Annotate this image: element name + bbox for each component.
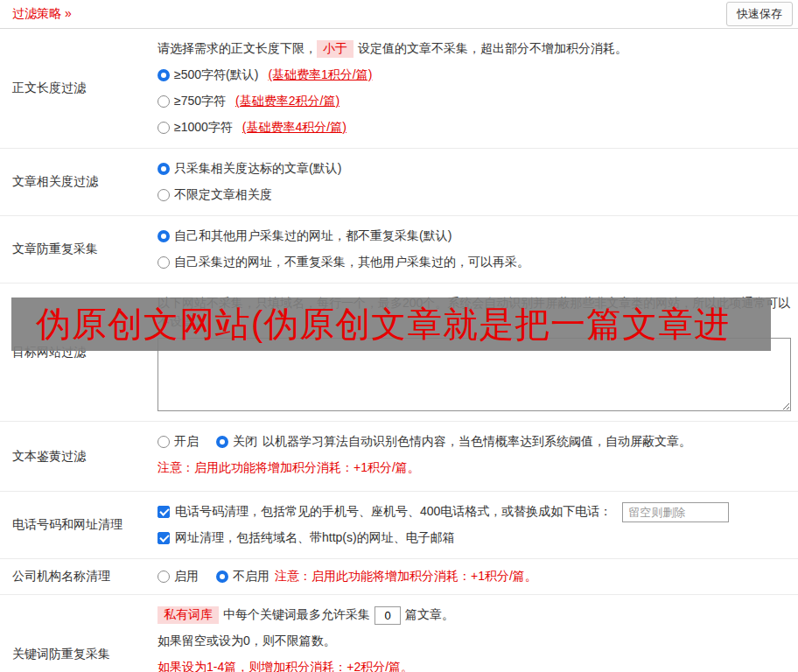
keyword-dedup-label: 关键词防重复采集 [0, 595, 158, 672]
row-porn-filter: 文本鉴黄过滤 开启 关闭 以机器学习算法自动识别色情内容，当色情概率达到系统阈值… [0, 422, 798, 492]
private-lexicon-chip: 私有词库 [158, 606, 219, 624]
radio-icon[interactable] [158, 163, 170, 175]
length-option-1000[interactable]: ≥1000字符 [158, 120, 233, 136]
radio-icon[interactable] [158, 69, 170, 81]
radio-icon[interactable] [158, 256, 170, 269]
intro-text-post: 设定值的文章不采集，超出部分不增加积分消耗。 [358, 41, 627, 57]
radio-icon[interactable] [158, 570, 170, 583]
relevance-option-any[interactable]: 不限定文章相关度 [158, 187, 272, 203]
page-title[interactable]: 过滤策略 » [12, 6, 72, 22]
radio-icon[interactable] [158, 122, 170, 134]
option-label: 不启用 [233, 569, 270, 584]
company-clean-warning: 注意：启用此功能将增加积分消耗：+1积分/篇。 [275, 569, 537, 584]
phone-url-clean-label: 电话号码和网址清理 [0, 492, 158, 558]
length-option-500[interactable]: ≥500字符(默认) [158, 67, 258, 83]
intro-highlight-lessthan: 小于 [317, 40, 354, 58]
radio-icon[interactable] [158, 189, 170, 201]
porn-filter-desc: 以机器学习算法自动识别色情内容，当色情概率达到系统阈值，自动屏蔽文章。 [262, 434, 691, 450]
url-clean-option[interactable]: 网址清理，包括纯域名、带http(s)的网址、电子邮箱 [158, 530, 455, 546]
radio-icon[interactable] [216, 436, 228, 448]
length-filter-label: 正文长度过滤 [0, 29, 158, 148]
checkbox-icon[interactable] [158, 506, 170, 518]
keyword-line3-warning: 如果设为1-4篇，则增加积分消耗：+2积分/篇。 [158, 660, 413, 672]
option-rate-note: (基础费率1积分/篇) [268, 67, 372, 83]
option-label: 自己采集过的网址，不重复采集，其他用户采集过的，可以再采。 [174, 255, 529, 270]
dedup-filter-label: 文章防重复采集 [0, 216, 158, 283]
quick-save-button[interactable]: 快速保存 [726, 2, 793, 26]
option-label: 自己和其他用户采集过的网址，都不重复采集(默认) [174, 228, 452, 244]
option-label: ≥1000字符 [174, 120, 233, 136]
radio-icon[interactable] [158, 230, 170, 242]
keyword-line1-text: 中每个关键词最多允许采集 [223, 607, 370, 623]
option-label: 启用 [174, 569, 199, 584]
radio-icon[interactable] [216, 570, 228, 583]
porn-filter-label: 文本鉴黄过滤 [0, 422, 158, 491]
dedup-option-global[interactable]: 自己和其他用户采集过的网址，都不重复采集(默认) [158, 228, 452, 244]
radio-icon[interactable] [158, 436, 170, 448]
row-phone-url-clean: 电话号码和网址清理 电话号码清理，包括常见的手机号、座机号、400电话格式，或替… [0, 492, 798, 559]
option-label: ≥500字符(默认) [174, 67, 258, 83]
option-rate-note: (基础费率2积分/篇) [235, 94, 340, 109]
length-filter-intro: 请选择需求的正文长度下限， 小于 设定值的文章不采集，超出部分不增加积分消耗。 [158, 36, 791, 62]
porn-option-off[interactable]: 关闭 [216, 434, 257, 450]
row-length-filter: 正文长度过滤 请选择需求的正文长度下限， 小于 设定值的文章不采集，超出部分不增… [0, 29, 798, 149]
keyword-line2-text: 如果留空或设为0，则不限篇数。 [158, 634, 336, 649]
keyword-line1-post: 篇文章。 [405, 607, 454, 623]
option-label: 关闭 [233, 434, 257, 450]
intro-text-pre: 请选择需求的正文长度下限， [158, 41, 317, 57]
option-label: 网址清理，包括纯域名、带http(s)的网址、电子邮箱 [175, 530, 455, 546]
porn-filter-warning: 注意：启用此功能将增加积分消耗：+1积分/篇。 [158, 460, 420, 476]
magnifier-overlay: 伪原创文网站(伪原创文章就是把一篇文章进 [11, 298, 771, 351]
option-label: 电话号码清理，包括常见的手机号、座机号、400电话格式，或替换成如下电话： [175, 504, 612, 520]
dedup-option-self[interactable]: 自己采集过的网址，不重复采集，其他用户采集过的，可以再采。 [158, 255, 529, 270]
option-label: 开启 [174, 434, 199, 450]
option-label: 不限定文章相关度 [174, 187, 272, 203]
company-option-enable[interactable]: 启用 [158, 569, 199, 584]
length-option-750[interactable]: ≥750字符 [158, 94, 226, 109]
option-label: ≥750字符 [174, 94, 226, 109]
row-company-clean: 公司机构名称清理 启用 不启用 注意：启用此功能将增加积分消耗：+1积分/篇。 [0, 559, 798, 595]
option-rate-note: (基础费率4积分/篇) [242, 120, 346, 136]
row-dedup-filter: 文章防重复采集 自己和其他用户采集过的网址，都不重复采集(默认) 自己采集过的网… [0, 216, 798, 284]
magnified-text: 伪原创文网站(伪原创文章就是把一篇文章进 [36, 300, 730, 348]
radio-icon[interactable] [158, 95, 170, 108]
relevance-filter-label: 文章相关度过滤 [0, 149, 158, 215]
checkbox-icon[interactable] [158, 532, 170, 544]
top-bar: 过滤策略 » 快速保存 [0, 0, 798, 29]
phone-clean-option[interactable]: 电话号码清理，包括常见的手机号、座机号、400电话格式，或替换成如下电话： [158, 504, 612, 520]
company-option-disable[interactable]: 不启用 [216, 569, 270, 584]
keyword-max-count-input[interactable] [374, 606, 401, 625]
row-keyword-dedup: 关键词防重复采集 私有词库 中每个关键词最多允许采集 篇文章。 如果留空或设为0… [0, 595, 798, 672]
option-label: 只采集相关度达标的文章(默认) [174, 161, 341, 177]
company-clean-label: 公司机构名称清理 [0, 559, 158, 594]
replacement-phone-input[interactable] [622, 502, 729, 522]
relevance-option-strict[interactable]: 只采集相关度达标的文章(默认) [158, 161, 341, 177]
porn-option-on[interactable]: 开启 [158, 434, 199, 450]
row-relevance-filter: 文章相关度过滤 只采集相关度达标的文章(默认) 不限定文章相关度 [0, 149, 798, 216]
